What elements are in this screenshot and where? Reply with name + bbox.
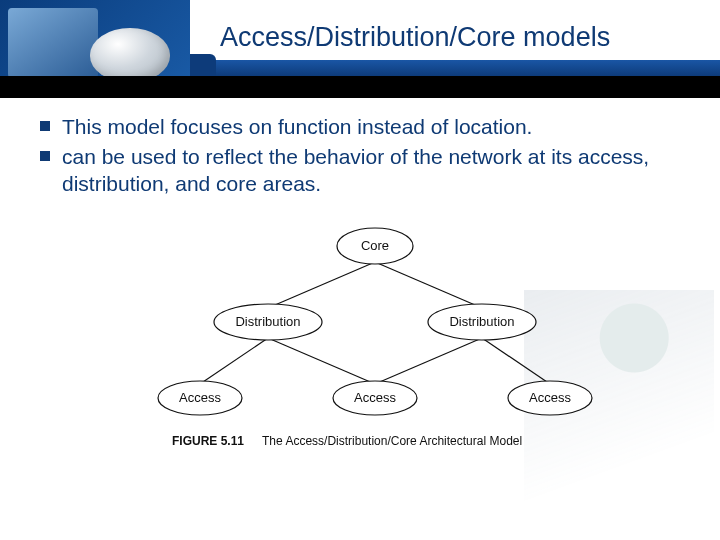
svg-line-4 xyxy=(375,338,482,384)
bullet-item: This model focuses on function instead o… xyxy=(40,114,680,140)
svg-line-3 xyxy=(268,338,375,384)
figure-number: FIGURE 5.11 xyxy=(172,434,244,448)
architecture-diagram: Core Distribution Distribution Access Ac… xyxy=(150,216,600,456)
bullet-square-icon xyxy=(40,151,50,161)
figure-caption: FIGURE 5.11The Access/Distribution/Core … xyxy=(172,434,522,448)
bullet-text: This model focuses on function instead o… xyxy=(62,114,532,140)
bullet-square-icon xyxy=(40,121,50,131)
bullet-text: can be used to reflect the behavior of t… xyxy=(62,144,680,197)
node-distribution-right-label: Distribution xyxy=(449,314,514,329)
bullet-item: can be used to reflect the behavior of t… xyxy=(40,144,680,197)
diagram-svg: Core Distribution Distribution Access Ac… xyxy=(150,216,600,456)
node-access-right-label: Access xyxy=(529,390,571,405)
figure-caption-text: The Access/Distribution/Core Architectur… xyxy=(262,434,522,448)
node-access-left-label: Access xyxy=(179,390,221,405)
node-access-mid-label: Access xyxy=(354,390,396,405)
header-black-bar xyxy=(0,76,720,98)
svg-line-5 xyxy=(482,338,550,384)
slide-header: Access/Distribution/Core models xyxy=(0,0,720,98)
svg-line-1 xyxy=(375,262,482,308)
header-blue-bar xyxy=(190,60,720,76)
content-area: This model focuses on function instead o… xyxy=(40,114,680,201)
node-core-label: Core xyxy=(361,238,389,253)
svg-line-2 xyxy=(200,338,268,384)
node-distribution-left-label: Distribution xyxy=(235,314,300,329)
slide-title: Access/Distribution/Core models xyxy=(220,22,680,53)
svg-line-0 xyxy=(268,262,375,308)
